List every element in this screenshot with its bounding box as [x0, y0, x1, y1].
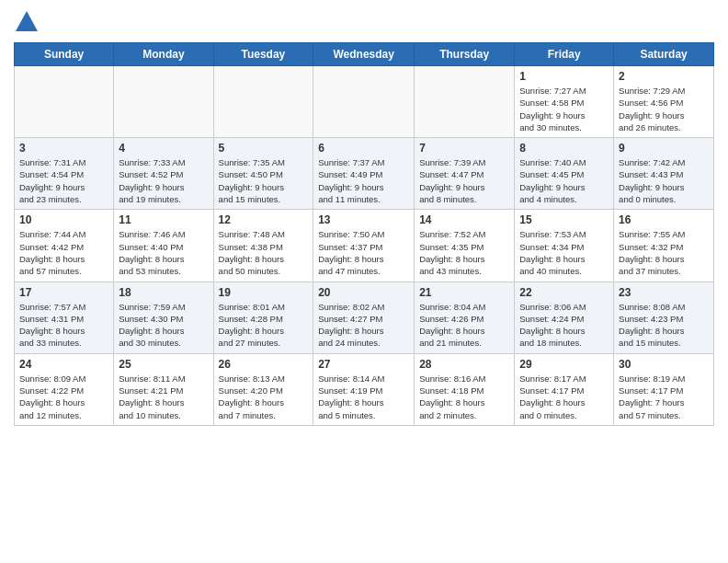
day-number: 20: [318, 286, 409, 299]
day-info: Sunrise: 8:11 AM Sunset: 4:21 PM Dayligh…: [119, 373, 208, 421]
day-number: 4: [119, 142, 208, 155]
day-info: Sunrise: 7:44 AM Sunset: 4:42 PM Dayligh…: [19, 228, 108, 277]
calendar-cell: 16Sunrise: 7:55 AM Sunset: 4:32 PM Dayli…: [614, 210, 714, 282]
weekday-header: Sunday: [15, 43, 114, 66]
day-info: Sunrise: 7:27 AM Sunset: 4:58 PM Dayligh…: [519, 85, 609, 133]
day-number: 28: [419, 358, 509, 371]
calendar-cell: 10Sunrise: 7:44 AM Sunset: 4:42 PM Dayli…: [15, 210, 114, 282]
calendar-cell: 23Sunrise: 8:08 AM Sunset: 4:23 PM Dayli…: [614, 282, 714, 353]
calendar-row: 17Sunrise: 7:57 AM Sunset: 4:31 PM Dayli…: [15, 282, 714, 353]
day-number: 2: [619, 70, 709, 83]
day-number: 23: [619, 286, 709, 299]
calendar-cell: 4Sunrise: 7:33 AM Sunset: 4:52 PM Daylig…: [114, 138, 213, 210]
day-info: Sunrise: 8:04 AM Sunset: 4:26 PM Dayligh…: [419, 301, 509, 350]
calendar-cell: 1Sunrise: 7:27 AM Sunset: 4:58 PM Daylig…: [515, 66, 614, 138]
weekday-header: Monday: [114, 43, 213, 66]
day-info: Sunrise: 7:52 AM Sunset: 4:35 PM Dayligh…: [419, 228, 509, 277]
day-number: 13: [318, 213, 409, 226]
day-info: Sunrise: 7:57 AM Sunset: 4:31 PM Dayligh…: [19, 301, 108, 350]
day-number: 25: [119, 358, 208, 371]
calendar-cell: 20Sunrise: 8:02 AM Sunset: 4:27 PM Dayli…: [313, 282, 415, 353]
day-number: 24: [19, 358, 108, 371]
day-info: Sunrise: 8:08 AM Sunset: 4:23 PM Dayligh…: [619, 301, 709, 350]
calendar-cell: 14Sunrise: 7:52 AM Sunset: 4:35 PM Dayli…: [415, 210, 515, 282]
logo-icon: [14, 9, 40, 35]
calendar-cell: [415, 66, 515, 138]
day-number: 22: [519, 286, 609, 299]
header: [14, 9, 714, 35]
calendar-cell: 15Sunrise: 7:53 AM Sunset: 4:34 PM Dayli…: [515, 210, 614, 282]
day-info: Sunrise: 7:31 AM Sunset: 4:54 PM Dayligh…: [19, 156, 108, 205]
day-number: 3: [19, 142, 108, 155]
calendar-cell: 29Sunrise: 8:17 AM Sunset: 4:17 PM Dayli…: [515, 353, 614, 425]
day-number: 29: [519, 358, 609, 371]
day-info: Sunrise: 8:02 AM Sunset: 4:27 PM Dayligh…: [318, 301, 409, 350]
weekday-header: Saturday: [614, 43, 714, 66]
day-info: Sunrise: 7:37 AM Sunset: 4:49 PM Dayligh…: [318, 156, 409, 205]
weekday-header: Tuesday: [213, 43, 313, 66]
calendar-cell: 18Sunrise: 7:59 AM Sunset: 4:30 PM Dayli…: [114, 282, 213, 353]
day-number: 9: [619, 142, 709, 155]
day-info: Sunrise: 8:01 AM Sunset: 4:28 PM Dayligh…: [219, 301, 309, 350]
day-number: 19: [219, 286, 309, 299]
day-info: Sunrise: 8:06 AM Sunset: 4:24 PM Dayligh…: [519, 301, 609, 350]
calendar-row: 3Sunrise: 7:31 AM Sunset: 4:54 PM Daylig…: [15, 138, 714, 210]
calendar-row: 24Sunrise: 8:09 AM Sunset: 4:22 PM Dayli…: [15, 353, 714, 425]
calendar-cell: 24Sunrise: 8:09 AM Sunset: 4:22 PM Dayli…: [15, 353, 114, 425]
day-info: Sunrise: 7:55 AM Sunset: 4:32 PM Dayligh…: [619, 228, 709, 277]
calendar-cell: [114, 66, 213, 138]
day-info: Sunrise: 7:48 AM Sunset: 4:38 PM Dayligh…: [219, 228, 309, 277]
day-number: 21: [419, 286, 509, 299]
day-info: Sunrise: 8:19 AM Sunset: 4:17 PM Dayligh…: [619, 373, 709, 421]
day-number: 18: [119, 286, 208, 299]
day-info: Sunrise: 8:16 AM Sunset: 4:18 PM Dayligh…: [419, 373, 509, 421]
calendar-cell: 25Sunrise: 8:11 AM Sunset: 4:21 PM Dayli…: [114, 353, 213, 425]
day-number: 6: [318, 142, 409, 155]
calendar-cell: 12Sunrise: 7:48 AM Sunset: 4:38 PM Dayli…: [213, 210, 313, 282]
day-info: Sunrise: 8:09 AM Sunset: 4:22 PM Dayligh…: [19, 373, 108, 421]
weekday-header: Friday: [515, 43, 614, 66]
day-number: 10: [19, 213, 108, 226]
day-info: Sunrise: 7:46 AM Sunset: 4:40 PM Dayligh…: [119, 228, 208, 277]
day-number: 7: [419, 142, 509, 155]
day-info: Sunrise: 7:35 AM Sunset: 4:50 PM Dayligh…: [219, 156, 309, 205]
calendar-cell: 26Sunrise: 8:13 AM Sunset: 4:20 PM Dayli…: [213, 353, 313, 425]
day-number: 14: [419, 213, 509, 226]
day-number: 16: [619, 213, 709, 226]
day-info: Sunrise: 7:42 AM Sunset: 4:43 PM Dayligh…: [619, 156, 709, 205]
calendar-cell: 3Sunrise: 7:31 AM Sunset: 4:54 PM Daylig…: [15, 138, 114, 210]
calendar-cell: 17Sunrise: 7:57 AM Sunset: 4:31 PM Dayli…: [15, 282, 114, 353]
calendar-cell: 8Sunrise: 7:40 AM Sunset: 4:45 PM Daylig…: [515, 138, 614, 210]
day-info: Sunrise: 7:50 AM Sunset: 4:37 PM Dayligh…: [318, 228, 409, 277]
calendar-cell: 28Sunrise: 8:16 AM Sunset: 4:18 PM Dayli…: [415, 353, 515, 425]
logo: [14, 9, 40, 35]
calendar-cell: 7Sunrise: 7:39 AM Sunset: 4:47 PM Daylig…: [415, 138, 515, 210]
day-info: Sunrise: 7:39 AM Sunset: 4:47 PM Dayligh…: [419, 156, 509, 205]
day-info: Sunrise: 7:29 AM Sunset: 4:56 PM Dayligh…: [619, 85, 709, 133]
calendar-cell: [213, 66, 313, 138]
day-number: 27: [318, 358, 409, 371]
calendar-cell: 2Sunrise: 7:29 AM Sunset: 4:56 PM Daylig…: [614, 66, 714, 138]
weekday-header-row: SundayMondayTuesdayWednesdayThursdayFrid…: [15, 43, 714, 66]
calendar-cell: 21Sunrise: 8:04 AM Sunset: 4:26 PM Dayli…: [415, 282, 515, 353]
weekday-header: Thursday: [415, 43, 515, 66]
calendar-cell: 19Sunrise: 8:01 AM Sunset: 4:28 PM Dayli…: [213, 282, 313, 353]
day-info: Sunrise: 7:53 AM Sunset: 4:34 PM Dayligh…: [519, 228, 609, 277]
calendar-cell: [15, 66, 114, 138]
calendar-table: SundayMondayTuesdayWednesdayThursdayFrid…: [14, 42, 714, 426]
day-info: Sunrise: 8:13 AM Sunset: 4:20 PM Dayligh…: [219, 373, 309, 421]
calendar-row: 10Sunrise: 7:44 AM Sunset: 4:42 PM Dayli…: [15, 210, 714, 282]
calendar-cell: 9Sunrise: 7:42 AM Sunset: 4:43 PM Daylig…: [614, 138, 714, 210]
page: SundayMondayTuesdayWednesdayThursdayFrid…: [0, 0, 728, 563]
calendar-cell: 13Sunrise: 7:50 AM Sunset: 4:37 PM Dayli…: [313, 210, 415, 282]
day-number: 26: [219, 358, 309, 371]
day-number: 12: [219, 213, 309, 226]
calendar-cell: [313, 66, 415, 138]
day-number: 17: [19, 286, 108, 299]
day-number: 11: [119, 213, 208, 226]
calendar-cell: 22Sunrise: 8:06 AM Sunset: 4:24 PM Dayli…: [515, 282, 614, 353]
day-info: Sunrise: 7:40 AM Sunset: 4:45 PM Dayligh…: [519, 156, 609, 205]
calendar-row: 1Sunrise: 7:27 AM Sunset: 4:58 PM Daylig…: [15, 66, 714, 138]
weekday-header: Wednesday: [313, 43, 415, 66]
calendar-cell: 30Sunrise: 8:19 AM Sunset: 4:17 PM Dayli…: [614, 353, 714, 425]
